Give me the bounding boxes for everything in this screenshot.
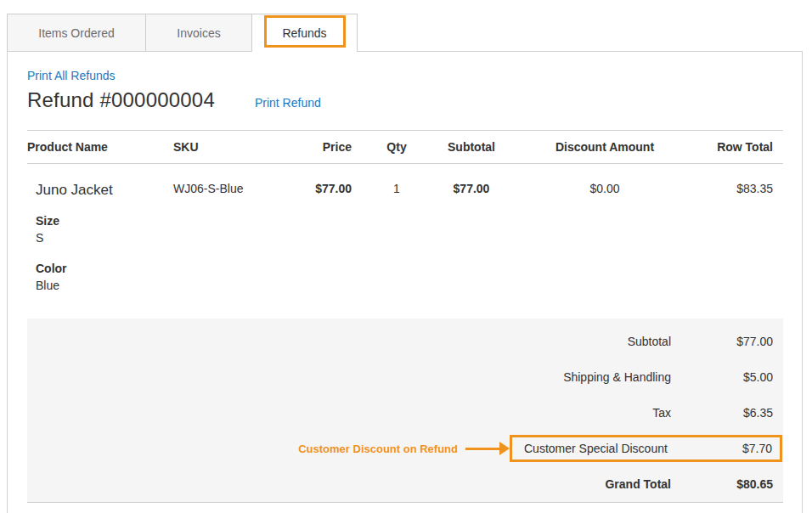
- col-header-sku: SKU: [173, 131, 284, 164]
- customer-special-discount-label: Customer Special Discount: [512, 442, 695, 455]
- cell-product: Juno Jacket Size S Color Blue: [27, 164, 173, 307]
- discount-highlight-box: Customer Special Discount $7.70: [510, 435, 782, 462]
- option-size-label: Size: [36, 212, 173, 229]
- product-name: Juno Jacket: [36, 182, 173, 199]
- page-title: Refund #000000004: [27, 88, 215, 112]
- totals-row-tax: Tax $6.35: [27, 395, 783, 431]
- totals-row-shipping: Shipping & Handling $5.00: [27, 359, 783, 395]
- cell-qty: 1: [352, 164, 442, 307]
- table-row: Juno Jacket Size S Color Blue WJ06-S-Blu…: [27, 164, 783, 307]
- print-refund-link[interactable]: Print Refund: [255, 96, 321, 110]
- tab-refunds-label: Refunds: [282, 26, 326, 40]
- col-header-qty: Qty: [352, 131, 442, 164]
- tax-label: Tax: [652, 406, 671, 420]
- refund-items-table: Product Name SKU Price Qty Subtotal Disc…: [27, 130, 783, 306]
- tab-invoices-label: Invoices: [177, 26, 220, 40]
- shipping-value: $5.00: [671, 370, 783, 384]
- tab-invoices[interactable]: Invoices: [145, 14, 252, 51]
- subtotal-label: Subtotal: [628, 335, 671, 348]
- refund-totals-section: Subtotal $77.00 Shipping & Handling $5.0…: [27, 319, 783, 503]
- col-header-row-total: Row Total: [708, 131, 783, 164]
- grand-total-label: Grand Total: [605, 477, 671, 491]
- totals-row-grand-total: Grand Total $80.65: [27, 466, 783, 502]
- annotation-arrow-head-icon: [499, 442, 510, 455]
- cell-subtotal: $77.00: [442, 164, 501, 307]
- tab-items-ordered[interactable]: Items Ordered: [7, 14, 146, 51]
- product-option-size: Size S: [36, 212, 173, 246]
- option-size-value: S: [36, 229, 173, 246]
- option-color-label: Color: [36, 260, 173, 277]
- print-all-refunds-link[interactable]: Print All Refunds: [27, 69, 116, 82]
- cell-sku: WJ06-S-Blue: [173, 164, 284, 307]
- cell-price: $77.00: [284, 164, 352, 307]
- product-option-color: Color Blue: [36, 260, 173, 294]
- col-header-discount-amount: Discount Amount: [501, 131, 708, 164]
- col-header-product-name: Product Name: [27, 131, 173, 164]
- shipping-label: Shipping & Handling: [563, 370, 671, 384]
- grand-total-value: $80.65: [671, 477, 783, 491]
- cell-row-total: $83.35: [708, 164, 783, 307]
- col-header-subtotal: Subtotal: [442, 131, 501, 164]
- col-header-price: Price: [284, 131, 352, 164]
- option-color-value: Blue: [36, 277, 173, 294]
- cell-discount-amount: $0.00: [501, 164, 708, 307]
- subtotal-value: $77.00: [671, 335, 783, 348]
- items-table-header-row: Product Name SKU Price Qty Subtotal Disc…: [27, 131, 783, 164]
- tab-refunds[interactable]: Refunds: [252, 14, 358, 52]
- tax-value: $6.35: [671, 406, 783, 420]
- refunds-content: Print All Refunds Refund #000000004 Prin…: [27, 51, 783, 503]
- annotation-label: Customer Discount on Refund: [298, 443, 458, 455]
- customer-discount-annotation: Customer Discount on Refund: [298, 440, 510, 457]
- tab-items-ordered-label: Items Ordered: [38, 26, 114, 40]
- order-tabs: Items Ordered Invoices Refunds: [7, 14, 358, 52]
- totals-row-subtotal: Subtotal $77.00: [27, 324, 783, 359]
- customer-special-discount-value: $7.70: [695, 442, 780, 455]
- refund-title-row: Refund #000000004 Print Refund: [27, 88, 783, 112]
- annotation-arrow: [465, 448, 499, 450]
